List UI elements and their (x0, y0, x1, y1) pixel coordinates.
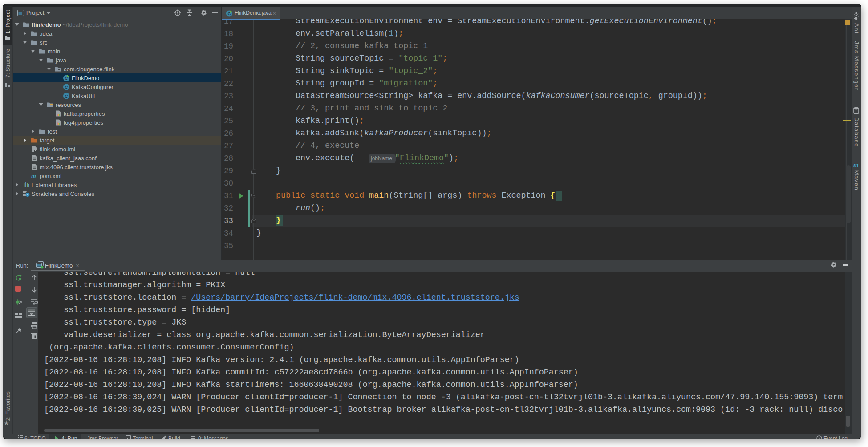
svg-text:m: m (31, 173, 36, 179)
svg-text:C: C (65, 85, 68, 89)
svg-text:C: C (65, 93, 68, 98)
